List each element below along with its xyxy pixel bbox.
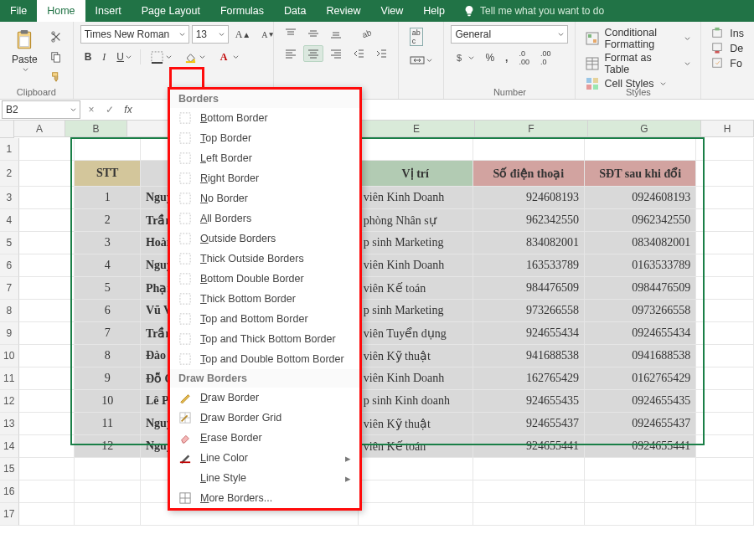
cell-header-sdt2[interactable]: SĐT sau khi đổi: [585, 161, 696, 187]
col-header-A[interactable]: A: [14, 121, 65, 137]
cell[interactable]: [696, 322, 754, 345]
cell[interactable]: [585, 503, 696, 526]
cell-sdt2[interactable]: 0162765429: [585, 367, 696, 390]
cell-vitri[interactable]: viên Kinh Doanh: [359, 254, 473, 277]
row-header[interactable]: 1: [0, 138, 19, 161]
number-format-select[interactable]: General: [451, 25, 568, 44]
border-option[interactable]: No Border: [170, 188, 359, 208]
select-all-corner[interactable]: [0, 121, 14, 138]
insert-cells-button[interactable]: Ins: [711, 27, 744, 40]
increase-indent-button[interactable]: [371, 45, 391, 62]
border-option[interactable]: All Borders: [170, 208, 359, 229]
cell-vitri[interactable]: viên Kế toán: [359, 277, 473, 300]
cell-header-vitri[interactable]: Vị trí: [359, 161, 473, 187]
align-center-button[interactable]: [303, 45, 323, 62]
cell-stt[interactable]: 3: [75, 232, 141, 254]
paste-button[interactable]: Paste: [7, 25, 43, 76]
border-option[interactable]: Top and Bottom Border: [170, 309, 359, 329]
cell[interactable]: [19, 161, 75, 187]
cell-vitri[interactable]: p sinh Marketing: [359, 300, 473, 322]
border-option[interactable]: More Borders...: [170, 488, 359, 508]
border-option[interactable]: Line Style▸: [170, 468, 359, 488]
row-header[interactable]: 8: [0, 300, 19, 322]
fx-button[interactable]: fx: [119, 104, 137, 116]
cell-header-sdt[interactable]: Số điện thoại: [473, 161, 585, 187]
cell[interactable]: [696, 138, 754, 161]
cell-stt[interactable]: 4: [75, 254, 141, 277]
cell[interactable]: [696, 413, 754, 435]
tab-file[interactable]: File: [0, 0, 37, 22]
cell[interactable]: [696, 435, 754, 458]
cell[interactable]: [19, 390, 75, 413]
col-header-F[interactable]: F: [475, 121, 588, 137]
cell-sdt[interactable]: 924608193: [473, 187, 585, 209]
underline-button[interactable]: U: [112, 49, 136, 65]
wrap-text-button[interactable]: abc: [405, 25, 427, 49]
row-header[interactable]: 10: [0, 345, 19, 367]
col-header-G[interactable]: G: [588, 121, 701, 137]
name-box[interactable]: B2: [2, 100, 80, 119]
cell[interactable]: [19, 458, 75, 480]
italic-button[interactable]: I: [98, 49, 110, 66]
cell-sdt[interactable]: 973266558: [473, 300, 585, 322]
tab-view[interactable]: View: [370, 0, 413, 22]
cell[interactable]: [585, 138, 696, 161]
cell[interactable]: [473, 503, 585, 526]
row-header[interactable]: 2: [0, 161, 19, 187]
cell-sdt[interactable]: 984476509: [473, 277, 585, 300]
cell[interactable]: [696, 209, 754, 232]
border-option[interactable]: Erase Border: [170, 428, 359, 448]
row-header[interactable]: 15: [0, 458, 19, 480]
border-option[interactable]: Bottom Double Border: [170, 269, 359, 289]
cell[interactable]: [19, 300, 75, 322]
cell[interactable]: [19, 209, 75, 232]
cell-vitri[interactable]: phòng Nhân sự: [359, 209, 473, 232]
cell-sdt2[interactable]: 0962342550: [585, 209, 696, 232]
row-header[interactable]: 4: [0, 209, 19, 232]
border-option[interactable]: Thick Bottom Border: [170, 289, 359, 309]
cell[interactable]: [473, 480, 585, 503]
tab-help[interactable]: Help: [413, 0, 455, 22]
cell-sdt2[interactable]: 0973266558: [585, 300, 696, 322]
cell[interactable]: [359, 503, 473, 526]
cell[interactable]: [359, 480, 473, 503]
cell-sdt[interactable]: 924655441: [473, 435, 585, 458]
fill-color-button[interactable]: [178, 47, 209, 67]
tab-formulas[interactable]: Formulas: [210, 0, 274, 22]
cell[interactable]: [19, 187, 75, 209]
row-header[interactable]: 14: [0, 435, 19, 458]
format-cells-button[interactable]: Fo: [711, 57, 744, 70]
cell-sdt[interactable]: 924655437: [473, 413, 585, 435]
cell[interactable]: [75, 480, 141, 503]
cell[interactable]: [696, 161, 754, 187]
cell[interactable]: [696, 503, 754, 526]
cell[interactable]: [19, 322, 75, 345]
cell-sdt[interactable]: 962342550: [473, 209, 585, 232]
cell-header-stt[interactable]: STT: [75, 161, 141, 187]
cell[interactable]: [19, 435, 75, 458]
cell-vitri[interactable]: viên Kỹ thuật: [359, 345, 473, 367]
cell[interactable]: [585, 458, 696, 480]
copy-button[interactable]: [46, 49, 66, 65]
font-name-select[interactable]: Times New Roman: [80, 25, 189, 44]
cell-sdt2[interactable]: 0924655434: [585, 322, 696, 345]
border-option[interactable]: Thick Outside Borders: [170, 249, 359, 269]
row-header[interactable]: 7: [0, 277, 19, 300]
row-header[interactable]: 17: [0, 503, 19, 526]
cell[interactable]: [696, 300, 754, 322]
cell[interactable]: [696, 254, 754, 277]
format-painter-button[interactable]: [46, 69, 66, 85]
tab-data[interactable]: Data: [274, 0, 316, 22]
cell-sdt[interactable]: 924655435: [473, 390, 585, 413]
row-header[interactable]: 12: [0, 390, 19, 413]
cell[interactable]: [473, 138, 585, 161]
cell-sdt[interactable]: 162765429: [473, 367, 585, 390]
border-option[interactable]: Left Border: [170, 148, 359, 168]
cell-sdt2[interactable]: 0924655437: [585, 413, 696, 435]
merge-center-button[interactable]: [405, 52, 436, 69]
border-option[interactable]: Top and Double Bottom Border: [170, 349, 359, 369]
increase-font-button[interactable]: A▲: [231, 26, 256, 44]
col-header-H[interactable]: H: [701, 121, 754, 137]
borders-button[interactable]: [145, 47, 176, 67]
cell-sdt2[interactable]: 0941688538: [585, 345, 696, 367]
